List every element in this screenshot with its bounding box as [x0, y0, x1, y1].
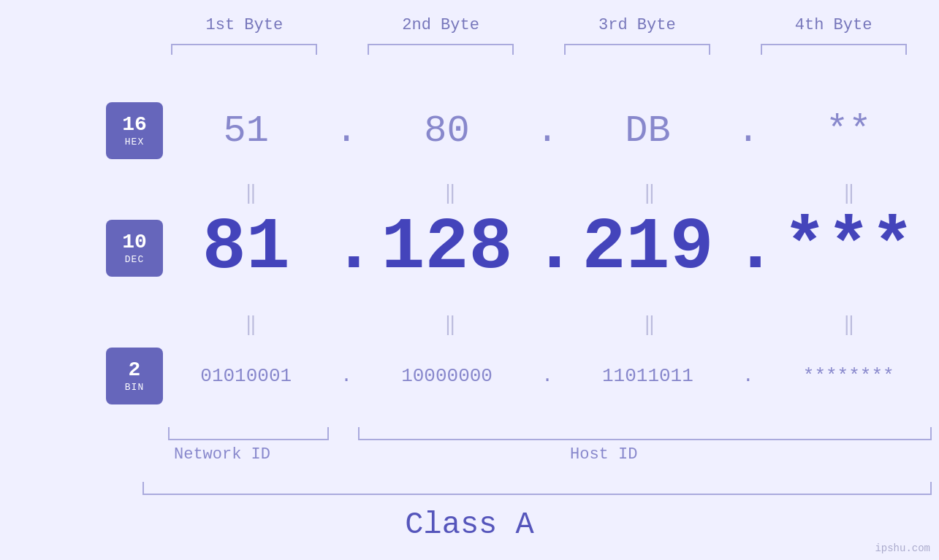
bin-val-2: 10000000: [367, 365, 528, 387]
dec-val-2: 128: [367, 212, 528, 285]
hex-dot-1: .: [332, 110, 361, 153]
hex-badge-number: 16: [122, 114, 147, 137]
bin-cells: 01010001 . 10000000 . 11011011 . *******…: [163, 365, 932, 387]
hex-row: 16 HEX 51 . 80 . DB . **: [106, 102, 932, 159]
byte3-header: 3rd Byte: [557, 16, 718, 34]
bracket-byte1: [171, 44, 317, 55]
bin-badge-label: BIN: [125, 382, 144, 393]
dec-row: 10 DEC 81 . 128 . 219 . ***: [106, 212, 932, 285]
eq1-4: ‖: [769, 181, 930, 204]
hex-badge: 16 HEX: [106, 102, 163, 159]
dec-val-1: 81: [166, 212, 327, 285]
eq2-2: ‖: [370, 312, 531, 336]
byte2-header: 2nd Byte: [360, 16, 521, 34]
hex-val-4: **: [768, 110, 929, 153]
watermark: ipshu.com: [875, 542, 930, 554]
bin-badge: 2 BIN: [106, 348, 163, 404]
hex-dot-3: .: [734, 110, 763, 153]
dec-badge: 10 DEC: [106, 220, 163, 277]
bin-val-3: 11011011: [567, 365, 728, 387]
eq1-2: ‖: [370, 181, 531, 204]
dec-cells: 81 . 128 . 219 . ***: [163, 212, 932, 285]
network-id-bracket: [168, 427, 329, 440]
bin-badge-number: 2: [129, 359, 141, 382]
host-id-label: Host ID: [570, 445, 637, 464]
outer-bracket: [142, 482, 932, 495]
dec-badge-label: DEC: [125, 254, 144, 265]
class-label: Class A: [405, 507, 533, 542]
byte4-header: 4th Byte: [753, 16, 914, 34]
bracket-byte2: [368, 44, 514, 55]
hex-badge-label: HEX: [125, 137, 144, 147]
page-wrapper: 1st Byte 2nd Byte 3rd Byte 4th Byte 16 H…: [0, 0, 939, 560]
hex-cells: 51 . 80 . DB . **: [163, 110, 932, 153]
dec-val-4: ***: [768, 212, 929, 285]
eq1-1: ‖: [170, 181, 331, 204]
dec-badge-number: 10: [122, 231, 147, 254]
bin-val-1: 01010001: [166, 365, 327, 387]
network-id-label: Network ID: [174, 445, 270, 464]
byte1-header: 1st Byte: [164, 16, 324, 34]
eq2-3: ‖: [569, 312, 730, 336]
bin-row: 2 BIN 01010001 . 10000000 . 11011011 . *…: [106, 348, 932, 404]
bin-dot-1: .: [332, 365, 361, 387]
eq1-3: ‖: [569, 181, 730, 204]
eq2-1: ‖: [170, 312, 331, 336]
hex-val-3: DB: [567, 110, 728, 153]
dec-dot-1: .: [332, 212, 361, 285]
equals-row-1: ‖ ‖ ‖ ‖: [168, 181, 932, 204]
bin-val-4: ********: [768, 365, 929, 387]
dec-dot-3: .: [734, 212, 763, 285]
byte-headers: 1st Byte 2nd Byte 3rd Byte 4th Byte: [146, 16, 932, 34]
bracket-byte4: [761, 44, 907, 55]
hex-val-1: 51: [166, 110, 327, 153]
host-id-bracket: [358, 427, 932, 440]
bin-dot-3: .: [734, 365, 763, 387]
equals-row-2: ‖ ‖ ‖ ‖: [168, 312, 932, 336]
dec-val-3: 219: [567, 212, 728, 285]
dec-dot-2: .: [533, 212, 562, 285]
bracket-byte3: [564, 44, 710, 55]
eq2-4: ‖: [769, 312, 930, 336]
top-brackets: [146, 44, 932, 55]
bin-dot-2: .: [533, 365, 562, 387]
hex-dot-2: .: [533, 110, 562, 153]
hex-val-2: 80: [367, 110, 528, 153]
